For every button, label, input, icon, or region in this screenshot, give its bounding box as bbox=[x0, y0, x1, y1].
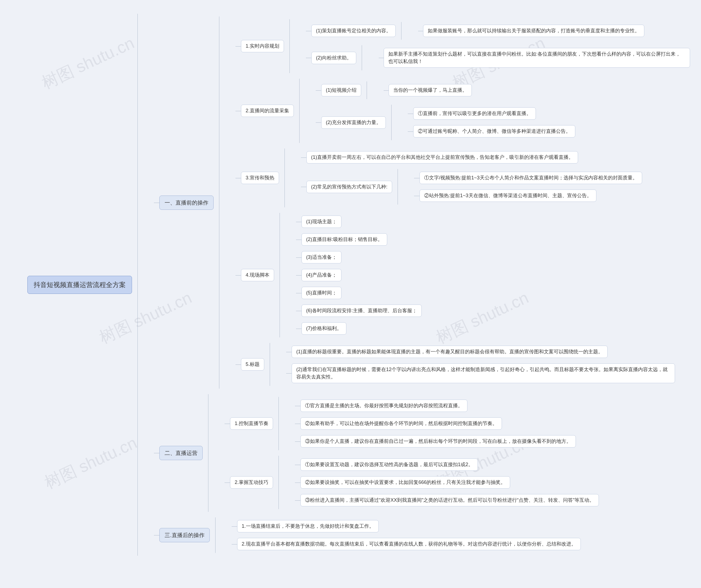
item-2-2-2: ②如果要设抽奖，可以在抽奖中设置要求，比如回复666的粉丝，只有关注我才能参与抽… bbox=[300, 476, 510, 488]
item-2-1-2-li: ②如果有助手，可以让他在场外提醒你各个环节的时间，然后根据时间控制直播的节奏。 bbox=[289, 415, 690, 432]
item-1-4-7: (7)价格和福利。 bbox=[301, 322, 346, 335]
item-2-2-1: ①如果要设置互动题，建议你选择互动性高的备选题，最后可以直接扣1或2。 bbox=[300, 458, 478, 471]
item-2-1-title: 1.控制直播节奏 bbox=[230, 417, 273, 430]
item-1-4-4: (4)产品准备； bbox=[301, 269, 341, 281]
item-1-2-1-detail: 当你的一个视频爆了，马上直播。 bbox=[389, 84, 472, 96]
item-2-2-2-li: ②如果要设抽奖，可以在抽奖中设置要求，比如回复666的粉丝，只有关注我才能参与抽… bbox=[289, 473, 690, 491]
item-1-1-1-detail-li: 如果做服装账号，那么就可以持续输出关于服装搭配的内容，打造账号的垂直度和主播的专… bbox=[412, 22, 690, 40]
item-1-1-2: (2)向粉丝求助。 如果新手主播不知道策划什么题材，可以直接在直播中问粉丝。比如… bbox=[300, 42, 690, 73]
item-1-2-2: (2)充分发挥直播的力量。 ①直播前，宣传可以吸引更多的潜在用户观看直播。 ②可… bbox=[310, 102, 690, 143]
item-1-3-1-li: (1)直播开卖前一周左右，可以在自己的平台和其他社交平台上提前宣传预热，告知老客… bbox=[295, 149, 690, 166]
item-2-2-1-li: ①如果要设置互动题，建议你选择互动性高的备选题，最后可以直接扣1或2。 bbox=[289, 456, 690, 473]
item-1-1: 1.实时内容规划 (1)策划直播账号定位相关的内容。 如果做服装账号，那么就可以… bbox=[230, 16, 690, 76]
item-1-3: 3.宣传和预热 (1)直播开卖前一周左右，可以在自己的平台和其他社交平台上提前宣… bbox=[230, 146, 690, 210]
item-1-3-2: (2)常见的宣传预热方式有以下几种: ①文字/视频预热:提前1~3天公布个人简介… bbox=[295, 166, 690, 207]
item-2-1-1-li: ①官方直播是主播的主场。你最好按照事先规划好的内容按照流程直播。 bbox=[289, 397, 690, 415]
item-1-3-1: (1)直播开卖前一周左右，可以在自己的平台和其他社交平台上提前宣传预热，告知老客… bbox=[306, 151, 578, 164]
item-1-3-2-title: (2)常见的宣传预热方式有以下几种: bbox=[306, 181, 392, 193]
item-2-1-3: ③如果你是个人直播，建议你在直播前自己过一遍，然后标出每个环节的时间段，写在白板… bbox=[300, 435, 576, 447]
item-1-1-2-title: (2)向粉丝求助。 bbox=[311, 52, 356, 64]
section-2-title: 二、直播运营 bbox=[159, 446, 203, 460]
item-1-4-title: 4.现场脚本 bbox=[241, 269, 274, 281]
item-1-5-1-li: (1)直播的标题很重要。直播的标题如果能体现直播的主题，有一个有趣又醒目的标题会… bbox=[281, 343, 690, 361]
item-2-1-2: ②如果有助手，可以让他在场外提醒你各个环节的时间，然后根据时间控制直播的节奏。 bbox=[300, 417, 502, 430]
item-1-4-4-li: (4)产品准备； bbox=[290, 266, 690, 284]
item-1-2-2-sub1-li: ①直播前，宣传可以吸引更多的潜在用户观看直播。 bbox=[402, 105, 690, 123]
item-1-3-2-sub2-li: ②站外预热:提前1~3天在微信、微博等渠道公布直播时间、主题、宣传公告。 bbox=[409, 187, 690, 205]
item-1-4-5-li: (5)直播时间； bbox=[290, 284, 690, 302]
item-1-2: 2.直播间的流量采集 (1)短视频介绍 当你的一个视频爆了，马上直播。 (2)充… bbox=[230, 76, 690, 146]
item-1-1-1-detail: 如果做服装账号，那么就可以持续输出关于服装搭配的内容，打造账号的垂直度和主播的专… bbox=[423, 25, 644, 37]
item-1-4: 4.现场脚本 (1)现场主题； (2)直播目标:吸粉目标；销售目标。 (3)适当… bbox=[230, 210, 690, 340]
item-2-1-3-li: ③如果你是个人直播，建议你在直播前自己过一遍，然后标出每个环节的时间段，写在白板… bbox=[289, 432, 690, 450]
item-1-5-2-li: (2)通常我们在写直播标题的时候，需要在12个字以内讲出亮点和风格，这样才能制造… bbox=[281, 361, 690, 386]
item-1-4-1: (1)现场主题； bbox=[301, 216, 341, 228]
item-3-1: 1.一场直播结束后，不要急于休息，先做好统计和复盘工作。 bbox=[237, 520, 379, 532]
item-1-2-2-sub1: ①直播前，宣传可以吸引更多的潜在用户观看直播。 bbox=[413, 108, 536, 120]
item-2-2-3: ③粉丝进入直播间，主播可以通过“欢迎XX到我直播间”之类的话进行互动。然后可以引… bbox=[300, 494, 599, 507]
item-1-2-title: 2.直播间的流量采集 bbox=[241, 105, 294, 117]
item-2-1-1: ①官方直播是主播的主场。你最好按照事先规划好的内容按照流程直播。 bbox=[300, 400, 467, 412]
item-3-2-li: 2.现在直播平台基本都有直播数据功能。每次直播结束后，可以查看直播的在线人数，获… bbox=[226, 535, 690, 553]
item-2-2: 2.掌握互动技巧 ①如果要设置互动题，建议你选择互动性高的备选题，最后可以直接扣… bbox=[219, 453, 690, 512]
item-1-5-1: (1)直播的标题很重要。直播的标题如果能体现直播的主题，有一个有趣又醒目的标题会… bbox=[292, 346, 608, 358]
item-2-2-3-li: ③粉丝进入直播间，主播可以通过“欢迎XX到我直播间”之类的话进行互动。然后可以引… bbox=[289, 491, 690, 509]
item-1-1-1-title: (1)策划直播账号定位相关的内容。 bbox=[311, 25, 396, 37]
item-1-2-1-detail-li: 当你的一个视频爆了，马上直播。 bbox=[378, 81, 690, 99]
item-1-4-3-li: (3)适当准备； bbox=[290, 248, 690, 266]
item-1-1-2-detail-li: 如果新手主播不知道策划什么题材，可以直接在直播中问粉丝。比如:各位直播间的朋友，… bbox=[373, 45, 690, 70]
item-1-2-1-title: (1)短视频介绍 bbox=[321, 84, 361, 96]
root-li: 抖音短视频直播运营流程全方案 一、直播前的操作 1.实时内容规划 (1)策划直播… bbox=[16, 11, 690, 558]
item-2-2-title: 2.掌握互动技巧 bbox=[230, 476, 273, 488]
item-1-3-title: 3.宣传和预热 bbox=[241, 172, 279, 184]
item-1-2-2-title: (2)充分发挥直播的力量。 bbox=[321, 117, 386, 129]
item-1-1-1: (1)策划直播账号定位相关的内容。 如果做服装账号，那么就可以持续输出关于服装搭… bbox=[300, 19, 690, 42]
item-1-4-7-li: (7)价格和福利。 bbox=[290, 320, 690, 338]
root-node: 抖音短视频直播运营流程全方案 bbox=[27, 276, 132, 294]
item-1-3-2-sub2: ②站外预热:提前1~3天在微信、微博等渠道公布直播时间、主题、宣传公告。 bbox=[420, 190, 597, 202]
mindmap: 抖音短视频直播运营流程全方案 一、直播前的操作 1.实时内容规划 (1)策划直播… bbox=[0, 0, 701, 569]
section-3-title: 三.直播后的操作 bbox=[159, 528, 210, 542]
item-1-3-2-sub1: ①文字/视频预热:提前1~3天公布个人简介和作品文案直播时间；选择与实况内容相关… bbox=[420, 172, 642, 184]
item-1-5: 5.标题 (1)直播的标题很重要。直播的标题如果能体现直播的主题，有一个有趣又醒… bbox=[230, 340, 690, 389]
item-1-2-2-sub2: ②可通过账号昵称、个人简介、微博、微信等多种渠道进行直播公告。 bbox=[413, 125, 575, 138]
item-1-4-6: (6)各时间段流程安排:主播、直播助理、后台客服； bbox=[301, 305, 422, 317]
section-3: 三.直播后的操作 1.一场直播结束后，不要急于休息，先做好统计和复盘工作。 2.… bbox=[149, 515, 690, 556]
section-1: 一、直播前的操作 1.实时内容规划 (1)策划直播账号定位相关的内容。 如果做服… bbox=[149, 14, 690, 391]
item-1-3-2-sub1-li: ①文字/视频预热:提前1~3天公布个人简介和作品文案直播时间；选择与实况内容相关… bbox=[409, 169, 690, 187]
item-1-2-2-sub2-li: ②可通过账号昵称、个人简介、微博、微信等多种渠道进行直播公告。 bbox=[402, 123, 690, 140]
item-1-2-1: (1)短视频介绍 当你的一个视频爆了，马上直播。 bbox=[310, 78, 690, 102]
section-2: 二、直播运营 1.控制直播节奏 ①官方直播是主播的主场。你最好按照事先规划好的内… bbox=[149, 391, 690, 515]
item-1-4-2-li: (2)直播目标:吸粉目标；销售目标。 bbox=[290, 231, 690, 248]
item-1-4-1-li: (1)现场主题； bbox=[290, 213, 690, 231]
item-1-1-title: 1.实时内容规划 bbox=[241, 40, 284, 52]
item-1-4-3: (3)适当准备； bbox=[301, 251, 341, 263]
item-1-4-5: (5)直播时间； bbox=[301, 287, 341, 299]
item-1-1-2-detail: 如果新手主播不知道策划什么题材，可以直接在直播中问粉丝。比如:各位直播间的朋友，… bbox=[384, 48, 690, 68]
section-1-title: 一、直播前的操作 bbox=[159, 196, 214, 210]
item-1-5-2: (2)通常我们在写直播标题的时候，需要在12个字以内讲出亮点和风格，这样才能制造… bbox=[292, 363, 675, 383]
item-3-2: 2.现在直播平台基本都有直播数据功能。每次直播结束后，可以查看直播的在线人数，获… bbox=[237, 538, 581, 550]
item-1-5-title: 5.标题 bbox=[241, 358, 264, 371]
item-3-1-li: 1.一场直播结束后，不要急于休息，先做好统计和复盘工作。 bbox=[226, 517, 690, 535]
item-1-4-6-li: (6)各时间段流程安排:主播、直播助理、后台客服； bbox=[290, 302, 690, 320]
item-1-4-2: (2)直播目标:吸粉目标；销售目标。 bbox=[301, 233, 387, 246]
item-2-1: 1.控制直播节奏 ①官方直播是主播的主场。你最好按照事先规划好的内容按照流程直播… bbox=[219, 394, 690, 453]
